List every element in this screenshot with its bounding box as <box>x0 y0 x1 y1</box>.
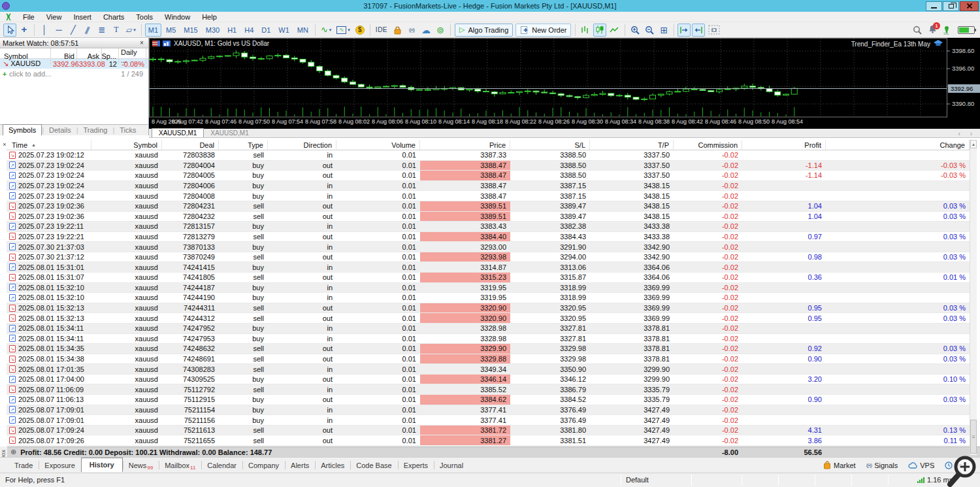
chart-shift-button[interactable] <box>678 24 691 37</box>
toolbox-link-market[interactable]: Market <box>823 461 856 469</box>
crosshair-tool-button[interactable]: + <box>18 24 31 37</box>
timeframe-m1-button[interactable]: M1 <box>145 24 161 37</box>
history-row[interactable]: ↗2025.08.01 15:32:10xauusd74244190buyin0… <box>7 293 970 303</box>
toolbox-tab-news[interactable]: News99 <box>123 458 159 473</box>
toolbox-link-er[interactable]: er <box>945 462 962 469</box>
text-label-tool-button[interactable]: T <box>110 24 123 37</box>
history-row[interactable]: ↘2025.08.01 15:34:35xauusd74248632sellou… <box>7 344 970 354</box>
horizontal-line-tool-button[interactable]: ─ <box>52 24 65 37</box>
toolbox-tab-journal[interactable]: Journal <box>434 458 469 473</box>
menu-charts[interactable]: Charts <box>97 12 130 22</box>
zoom-out-button[interactable] <box>643 24 656 37</box>
history-row[interactable]: ↗2025.08.01 15:34:11xauusd74247952buyin0… <box>7 324 970 334</box>
history-col-volume[interactable]: Volume <box>336 140 420 150</box>
history-row[interactable]: ↘2025.08.07 11:06:09xauusd75112792sellin… <box>7 384 970 395</box>
ide-button[interactable]: IDE <box>374 24 389 37</box>
history-row[interactable]: ↗2025.08.07 17:09:01xauusd75211154buyin0… <box>7 405 970 416</box>
timeframe-m5-button[interactable]: M5 <box>163 24 179 37</box>
auto-scroll-button[interactable] <box>692 24 705 37</box>
market-watch-tab-symbols[interactable]: Symbols <box>3 124 42 135</box>
market-watch-close-icon[interactable]: × <box>138 39 146 46</box>
history-col-profit[interactable]: Profit <box>742 140 826 150</box>
timeframe-m15-button[interactable]: M15 <box>180 24 201 37</box>
history-row[interactable]: ↗2025.07.23 19:02:24xauusd72804004buyout… <box>7 161 970 171</box>
market-watch-add-row[interactable]: + click to add... 1 / 249 <box>0 69 148 78</box>
timeframe-mn-button[interactable]: MN <box>294 24 312 37</box>
title-bar[interactable]: 317097 - FusionMarkets-Live - Hedge - Fu… <box>0 0 980 12</box>
history-row[interactable]: ↗2025.07.23 19:02:24xauusd72804005buyout… <box>7 171 970 181</box>
history-row[interactable]: ↘2025.08.07 17:09:26xauusd75211655sellou… <box>7 435 970 446</box>
history-row[interactable]: ↗2025.08.07 17:09:01xauusd75211156buyin0… <box>7 415 970 426</box>
template-button[interactable]: ∿▾ <box>335 24 352 37</box>
history-row[interactable]: ↘2025.08.07 17:09:24xauusd75211613sellou… <box>7 426 970 436</box>
candle-chart-mode-button[interactable] <box>593 24 606 37</box>
history-row[interactable]: ↘2025.07.23 19:02:36xauusd72804231sellou… <box>7 201 970 212</box>
menu-tools[interactable]: Tools <box>130 12 159 22</box>
history-row[interactable]: ↘2025.08.01 17:01:35xauusd74308283sellin… <box>7 364 970 375</box>
algo-trading-button[interactable]: ▷Algo Trading <box>455 24 513 37</box>
history-col-price[interactable]: Price <box>420 140 510 150</box>
menu-insert[interactable]: Insert <box>67 12 97 22</box>
toolbox-tab-articles[interactable]: Articles <box>315 458 350 473</box>
price-chart[interactable]: 8 Aug 20258 Aug 07:428 Aug 07:468 Aug 07… <box>149 38 980 129</box>
history-row[interactable]: ↗2025.08.01 15:32:10xauusd74244187buyin0… <box>7 283 970 294</box>
lock-button[interactable] <box>391 24 404 37</box>
history-row[interactable]: ↗2025.08.01 15:31:01xauusd74241415buyin0… <box>7 262 970 273</box>
toolbox-tab-history[interactable]: History <box>81 458 123 472</box>
trendline-tool-button[interactable]: ╱ <box>67 24 80 37</box>
timeframe-d1-button[interactable]: D1 <box>258 24 274 37</box>
toolbox-tab-mailbox[interactable]: Mailbox11 <box>159 458 201 473</box>
close-button[interactable] <box>960 1 979 11</box>
toolbox-tab-trade[interactable]: Trade <box>8 458 39 473</box>
history-col-direction[interactable]: Direction <box>268 140 336 150</box>
toolbox-tab-company[interactable]: Company <box>242 458 285 473</box>
timeframe-m30-button[interactable]: M30 <box>203 24 223 37</box>
toolbox-link-signals[interactable]: ((•))Signals <box>866 462 898 469</box>
toolbox-tab-experts[interactable]: Experts <box>398 458 434 473</box>
toolbox-tab-calendar[interactable]: Calendar <box>201 458 242 473</box>
history-row[interactable]: ↗2025.07.23 19:22:11xauusd72813157buyin0… <box>7 222 970 232</box>
connection-status[interactable]: 1.16 ms <box>917 476 953 484</box>
history-column-headers[interactable]: Time▲SymbolDealTypeDirectionVolumePriceS… <box>7 140 970 150</box>
channel-tool-button[interactable]: ∥ <box>81 24 94 37</box>
vertical-scrollbar[interactable]: ▲ ≡ <box>970 140 977 455</box>
history-col-symbol[interactable]: Symbol <box>91 140 162 150</box>
restore-button[interactable] <box>943 1 959 11</box>
line-chart-mode-button[interactable] <box>608 24 621 37</box>
menu-window[interactable]: Window <box>159 12 196 22</box>
market-watch-tab-trading[interactable]: Trading <box>78 125 113 135</box>
mql5-cloud-button[interactable]: ☁ <box>419 24 433 37</box>
timeframe-w1-button[interactable]: W1 <box>275 24 293 37</box>
market-watch-header[interactable]: Market Watch: 08:57:51 × <box>0 38 148 48</box>
history-row[interactable]: ↗2025.07.30 21:37:03xauusd73870133buyin0… <box>7 242 970 252</box>
history-col-change[interactable]: Change <box>826 140 970 150</box>
community-button[interactable]: ⊚ <box>434 24 447 37</box>
history-row[interactable]: ↗2025.08.01 17:04:00xauusd74309525buyout… <box>7 375 970 385</box>
history-col-type[interactable]: Type <box>219 140 268 150</box>
timeframe-h4-button[interactable]: H4 <box>241 24 257 37</box>
history-col-deal[interactable]: Deal <box>162 140 219 150</box>
indicators-button[interactable]: ∿▾ <box>319 24 333 37</box>
equidistant-channel-tool-button[interactable]: ≣ <box>95 24 108 37</box>
toolbox-tab-code-base[interactable]: Code Base <box>350 458 397 473</box>
history-row[interactable]: ↗2025.08.07 11:06:13xauusd75112915buyout… <box>7 395 970 405</box>
history-row[interactable]: ↘2025.07.23 19:02:36xauusd72804232sellou… <box>7 212 970 222</box>
notifications-button[interactable]: 1 <box>928 25 937 35</box>
vertical-line-tool-button[interactable]: │ <box>38 24 51 37</box>
chart-tab-0[interactable]: XAUUSD,M1 <box>152 128 204 137</box>
history-row[interactable]: ↘2025.07.23 19:22:21xauusd72813279sellou… <box>7 232 970 243</box>
chart-tab-scroll-icons[interactable]: ‹ › <box>958 130 976 137</box>
tile-windows-button[interactable]: ⊞ <box>657 24 670 37</box>
menu-view[interactable]: View <box>41 12 68 22</box>
history-row[interactable]: ↘2025.07.30 21:37:12xauusd73870249sellou… <box>7 252 970 263</box>
timeframe-h1-button[interactable]: H1 <box>224 24 240 37</box>
symbols-button[interactable]: $ <box>353 24 367 37</box>
toolbox-tab-alerts[interactable]: Alerts <box>285 458 315 473</box>
history-row[interactable]: ↘2025.08.01 15:32:13xauusd74244311sellou… <box>7 303 970 314</box>
history-row[interactable]: ↘2025.08.01 15:34:38xauusd74248691sellou… <box>7 354 970 365</box>
scrollbar-thumb[interactable]: ≡ <box>970 420 977 454</box>
bar-chart-mode-button[interactable] <box>579 24 592 37</box>
history-row[interactable]: ↘2025.08.01 15:32:13xauusd74244312sellou… <box>7 313 970 324</box>
history-row[interactable]: ↗2025.07.23 19:02:24xauusd72804006buyin0… <box>7 181 970 192</box>
history-col-commission[interactable]: Commission <box>674 140 742 150</box>
